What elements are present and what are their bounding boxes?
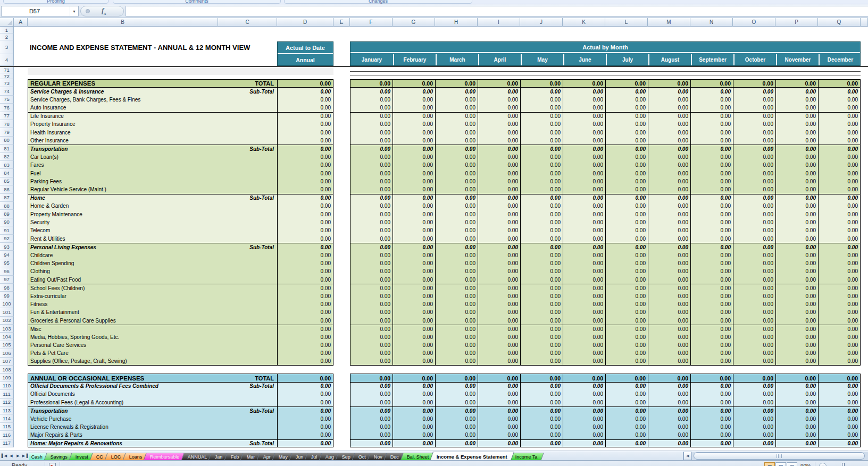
month-value-cell[interactable]: 0.00 [393, 202, 435, 210]
month-value-cell[interactable]: 0.00 [435, 210, 478, 218]
column-header-I[interactable]: I [478, 18, 520, 27]
month-value-cell[interactable]: 0.00 [690, 333, 733, 341]
month-value-cell[interactable]: 0.00 [478, 226, 520, 234]
month-value-cell[interactable]: 0.00 [733, 161, 775, 169]
month-value-cell[interactable]: 0.00 [350, 431, 393, 439]
month-value-cell[interactable]: 0.00 [393, 104, 435, 112]
month-value-cell[interactable]: 0.00 [818, 235, 861, 243]
macro-record-icon[interactable] [49, 463, 56, 466]
month-value-cell[interactable]: 0.00 [393, 390, 435, 398]
month-value-cell[interactable]: 0.00 [520, 406, 563, 414]
month-value-cell[interactable]: 0.00 [520, 87, 563, 95]
month-value-cell[interactable]: 0.00 [350, 243, 393, 251]
month-value-cell[interactable]: 0.00 [775, 300, 818, 308]
month-value-cell[interactable]: 0.00 [775, 267, 818, 275]
month-value-cell[interactable]: 0.00 [648, 431, 690, 439]
month-value-cell[interactable]: 0.00 [478, 308, 520, 316]
month-value-cell[interactable]: 0.00 [690, 161, 733, 169]
month-value-cell[interactable]: 0.00 [605, 177, 648, 185]
month-value-cell[interactable]: 0.00 [648, 235, 690, 243]
month-value-cell[interactable]: 0.00 [520, 341, 563, 349]
annual-value-cell[interactable]: 0.00 [277, 406, 333, 414]
month-value-cell[interactable]: 0.00 [563, 390, 605, 398]
month-value-cell[interactable]: 0.00 [775, 341, 818, 349]
column-header-L[interactable]: L [605, 18, 648, 27]
sheet-tab-income-expense-statement[interactable]: Income & Expense Statement [430, 452, 514, 460]
select-all-corner[interactable] [0, 18, 14, 27]
annual-value-cell[interactable]: 0.00 [277, 317, 333, 325]
month-value-cell[interactable]: 0.00 [733, 153, 775, 161]
month-value-cell[interactable]: 0.00 [478, 128, 520, 136]
annual-value-cell[interactable]: 0.00 [277, 226, 333, 234]
month-header-december[interactable]: December [819, 54, 861, 65]
month-value-cell[interactable]: 0.00 [350, 96, 393, 104]
month-value-cell[interactable]: 0.00 [393, 251, 435, 259]
month-value-cell[interactable]: 0.00 [733, 390, 775, 398]
month-value-cell[interactable]: 0.00 [775, 87, 818, 95]
month-value-cell[interactable]: 0.00 [818, 112, 861, 120]
month-value-cell[interactable]: 0.00 [733, 137, 775, 145]
month-value-cell[interactable]: 0.00 [393, 284, 435, 292]
column-header-P[interactable]: P [775, 18, 818, 27]
month-value-cell[interactable]: 0.00 [478, 267, 520, 275]
month-value-cell[interactable]: 0.00 [733, 251, 775, 259]
month-value-cell[interactable]: 0.00 [818, 414, 861, 422]
month-value-cell[interactable]: 0.00 [648, 218, 690, 226]
month-value-cell[interactable]: 0.00 [563, 210, 605, 218]
annual-value-cell[interactable]: 0.00 [277, 128, 333, 136]
month-value-cell[interactable]: 0.00 [563, 194, 605, 202]
month-value-cell[interactable]: 0.00 [648, 414, 690, 422]
row-label-cell[interactable]: Other Insurance [28, 137, 277, 145]
row-label-cell[interactable]: Auto Insurance [28, 104, 277, 112]
month-value-cell[interactable]: 0.00 [775, 112, 818, 120]
annual-value-cell[interactable]: 0.00 [277, 169, 333, 177]
month-value-cell[interactable]: 0.00 [478, 423, 520, 431]
month-value-cell[interactable]: 0.00 [350, 112, 393, 120]
horizontal-scrollbar[interactable]: ◀ [683, 452, 868, 460]
month-value-cell[interactable]: 0.00 [393, 267, 435, 275]
month-value-cell[interactable]: 0.00 [775, 153, 818, 161]
month-value-cell[interactable]: 0.00 [563, 79, 605, 87]
month-value-cell[interactable]: 0.00 [648, 284, 690, 292]
month-value-cell[interactable]: 0.00 [520, 390, 563, 398]
month-value-cell[interactable]: 0.00 [648, 145, 690, 152]
month-value-cell[interactable]: 0.00 [350, 300, 393, 308]
month-value-cell[interactable]: 0.00 [563, 112, 605, 120]
column-header-K[interactable]: K [563, 18, 605, 27]
month-value-cell[interactable]: 0.00 [648, 300, 690, 308]
month-value-cell[interactable]: 0.00 [350, 341, 393, 349]
month-value-cell[interactable]: 0.00 [350, 414, 393, 422]
month-value-cell[interactable]: 0.00 [563, 251, 605, 259]
column-header-E[interactable]: E [333, 18, 350, 27]
row-label-cell[interactable]: Official Documents [28, 390, 277, 398]
annual-value-cell[interactable]: 0.00 [277, 210, 333, 218]
month-value-cell[interactable]: 0.00 [563, 128, 605, 136]
month-value-cell[interactable]: 0.00 [520, 177, 563, 185]
month-value-cell[interactable]: 0.00 [733, 431, 775, 439]
month-value-cell[interactable]: 0.00 [520, 120, 563, 128]
month-value-cell[interactable]: 0.00 [775, 96, 818, 104]
month-value-cell[interactable]: 0.00 [350, 382, 393, 390]
month-value-cell[interactable]: 0.00 [435, 406, 478, 414]
row-label-cell[interactable]: ANNUAL OR OCCASIONAL EXPENSESTOTAL [28, 374, 277, 382]
month-value-cell[interactable]: 0.00 [605, 87, 648, 95]
month-value-cell[interactable]: 0.00 [648, 267, 690, 275]
annual-value-cell[interactable]: 0.00 [277, 300, 333, 308]
month-value-cell[interactable]: 0.00 [563, 259, 605, 267]
month-value-cell[interactable]: 0.00 [818, 267, 861, 275]
month-value-cell[interactable]: 0.00 [563, 153, 605, 161]
month-value-cell[interactable]: 0.00 [563, 431, 605, 439]
month-value-cell[interactable]: 0.00 [605, 414, 648, 422]
row-label-cell[interactable]: School Fees (Children) [28, 284, 277, 292]
month-value-cell[interactable]: 0.00 [393, 374, 435, 382]
month-value-cell[interactable]: 0.00 [350, 390, 393, 398]
annual-value-cell[interactable]: 0.00 [277, 161, 333, 169]
row-label-cell[interactable]: Pets & Pet Care [28, 349, 277, 357]
month-value-cell[interactable]: 0.00 [563, 104, 605, 112]
month-value-cell[interactable]: 0.00 [818, 317, 861, 325]
month-value-cell[interactable]: 0.00 [435, 177, 478, 185]
month-value-cell[interactable]: 0.00 [818, 390, 861, 398]
month-value-cell[interactable]: 0.00 [393, 259, 435, 267]
month-value-cell[interactable]: 0.00 [350, 120, 393, 128]
month-value-cell[interactable]: 0.00 [690, 226, 733, 234]
